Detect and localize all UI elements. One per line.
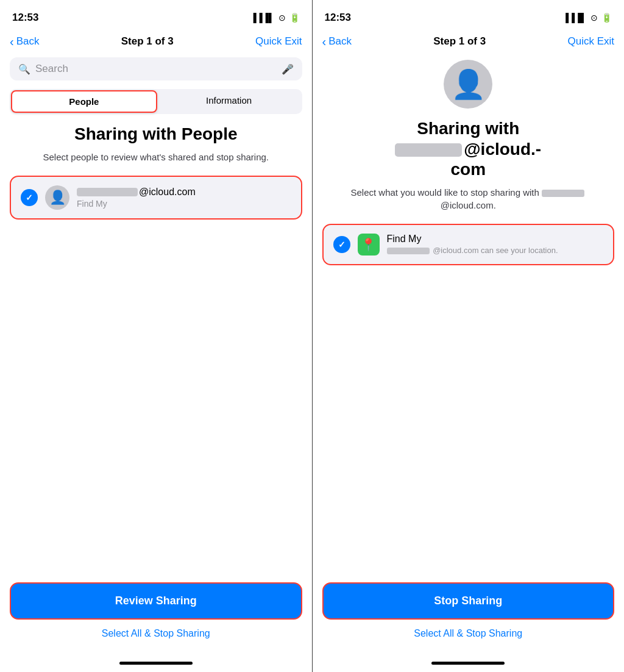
left-mic-icon[interactable]: 🎤: [282, 63, 294, 75]
right-nav-title: Step 1 of 3: [433, 35, 486, 48]
right-find-my-title: Find My: [387, 234, 558, 245]
right-battery-icon: 🔋: [601, 13, 612, 23]
right-signal-icon: ▐▐▐▌: [562, 13, 587, 23]
right-phone-screen: 12:53 ▐▐▐▌ ⊙ 🔋 ‹ Back Step 1 of 3 Quick …: [313, 0, 625, 672]
battery-icon: 🔋: [289, 13, 300, 23]
left-home-indicator: [0, 654, 312, 672]
left-bottom-section: Review Sharing Select All & Stop Sharing: [0, 573, 312, 654]
right-select-all-link[interactable]: Select All & Stop Sharing: [322, 628, 615, 639]
left-avatar: 👤: [45, 185, 69, 210]
left-nav-bar: ‹ Back Step 1 of 3 Quick Exit: [0, 30, 312, 54]
left-check-icon: ✓: [26, 193, 33, 202]
right-sharing-heading: Sharing with @icloud.-com: [322, 118, 615, 180]
left-search-icon: 🔍: [18, 63, 30, 75]
right-back-label: Back: [328, 35, 352, 48]
left-search-input[interactable]: Search: [35, 63, 277, 75]
right-status-bar: 12:53 ▐▐▐▌ ⊙ 🔋: [313, 0, 625, 30]
right-quick-exit-button[interactable]: Quick Exit: [567, 35, 614, 48]
left-contact-item[interactable]: ✓ 👤 @icloud.com Find My: [10, 176, 302, 220]
right-find-my-blurred: [387, 248, 430, 254]
right-nav-bar: ‹ Back Step 1 of 3 Quick Exit: [313, 30, 625, 54]
left-select-all-link[interactable]: Select All & Stop Sharing: [10, 628, 302, 639]
right-find-my-location-icon: 📍: [361, 237, 376, 252]
left-search-bar[interactable]: 🔍 Search 🎤: [10, 57, 302, 80]
left-back-label: Back: [16, 35, 40, 48]
left-contact-app: Find My: [77, 199, 196, 209]
right-subtext-prefix: Select what you would like to stop shari…: [350, 187, 539, 198]
left-quick-exit-button[interactable]: Quick Exit: [255, 35, 302, 48]
left-back-button[interactable]: ‹ Back: [10, 35, 39, 48]
left-back-chevron-icon: ‹: [10, 35, 14, 48]
right-page-subtext: Select what you would like to stop shari…: [322, 186, 615, 212]
right-wifi-icon: ⊙: [590, 13, 598, 23]
right-subtext-suffix: @icloud.com.: [441, 200, 496, 210]
right-blurred-name: [395, 143, 462, 157]
left-avatar-person-icon: 👤: [49, 190, 66, 206]
right-home-bar: [431, 662, 505, 665]
left-review-sharing-button[interactable]: Review Sharing: [10, 582, 302, 620]
right-main-content: Sharing with @icloud.-com Select what yo…: [313, 118, 625, 573]
right-back-chevron-icon: ‹: [322, 35, 327, 48]
left-search-container: 🔍 Search 🎤: [0, 54, 312, 87]
right-bottom-section: Stop Sharing Select All & Stop Sharing: [313, 573, 625, 654]
left-segment-info[interactable]: Information: [157, 90, 301, 113]
right-find-my-icon: 📍: [358, 234, 380, 256]
left-phone-screen: 12:53 ▐▐▐▌ ⊙ 🔋 ‹ Back Step 1 of 3 Quick …: [0, 0, 312, 672]
left-main-content: Sharing with People Select people to rev…: [0, 124, 312, 573]
left-status-time: 12:53: [12, 12, 38, 24]
right-avatar-large: 👤: [444, 60, 492, 109]
right-status-time: 12:53: [325, 12, 351, 24]
left-segment-control: People Information: [10, 89, 302, 114]
right-find-my-description: @icloud.com can see your location.: [387, 246, 558, 255]
right-subtext-blurred: [542, 190, 584, 197]
left-nav-title: Step 1 of 3: [121, 35, 174, 48]
left-segment-people[interactable]: People: [11, 90, 157, 113]
right-find-my-item[interactable]: ✓ 📍 Find My @icloud.com can see your loc…: [322, 224, 615, 265]
right-stop-sharing-button[interactable]: Stop Sharing: [322, 582, 615, 620]
right-heading-prefix: Sharing with: [417, 119, 519, 138]
right-avatar-large-person-icon: 👤: [451, 68, 486, 101]
wifi-icon: ⊙: [278, 13, 286, 23]
left-page-heading: Sharing with People: [10, 124, 302, 145]
right-checkmark-circle: ✓: [333, 236, 350, 253]
left-home-bar: [119, 662, 193, 665]
right-find-my-info: Find My @icloud.com can see your locatio…: [387, 234, 558, 255]
left-email-blurred: [77, 188, 138, 196]
left-contact-info: @icloud.com Find My: [77, 187, 196, 209]
signal-icon: ▐▐▐▌: [250, 13, 275, 23]
right-check-icon: ✓: [338, 240, 346, 249]
right-home-indicator: [313, 654, 625, 672]
left-status-bar: 12:53 ▐▐▐▌ ⊙ 🔋: [0, 0, 312, 30]
left-status-icons: ▐▐▐▌ ⊙ 🔋: [250, 13, 300, 23]
right-back-button[interactable]: ‹ Back: [322, 35, 352, 48]
left-checkmark-circle: ✓: [21, 189, 38, 206]
right-find-my-desc-suffix: @icloud.com can see your location.: [433, 246, 558, 255]
left-contact-email: @icloud.com: [77, 187, 196, 198]
left-page-subtext: Select people to review what's shared an…: [10, 151, 302, 163]
right-status-icons: ▐▐▐▌ ⊙ 🔋: [562, 13, 612, 23]
